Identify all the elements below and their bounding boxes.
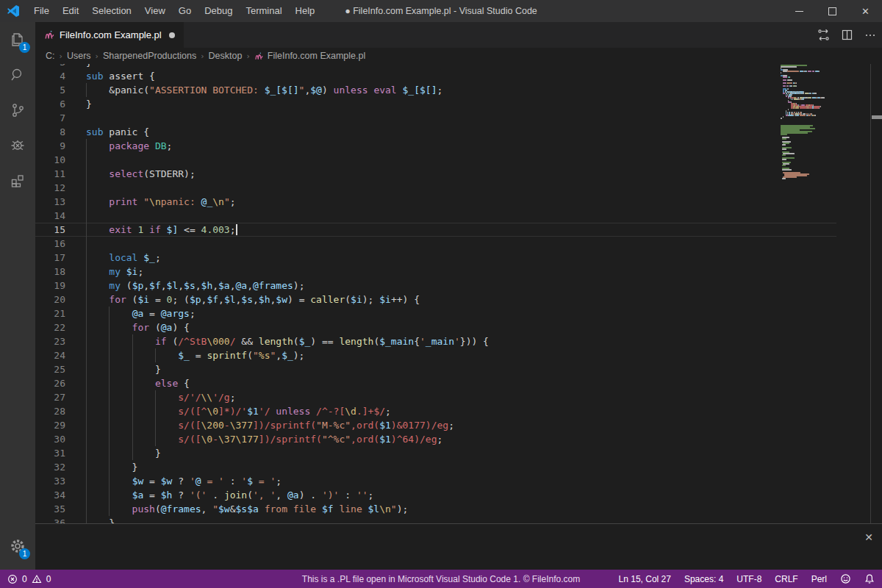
line-number[interactable]: 7 bbox=[35, 111, 65, 125]
menu-view[interactable]: View bbox=[138, 0, 172, 22]
tab-modified-dot[interactable] bbox=[169, 32, 175, 38]
code-line-18[interactable]: 18 my $i; bbox=[35, 265, 836, 279]
line-number[interactable]: 12 bbox=[35, 181, 65, 195]
code-line-31[interactable]: 31 } bbox=[35, 446, 836, 460]
activity-extensions-icon[interactable] bbox=[0, 163, 35, 198]
breadcrumb-segment[interactable]: Desktop bbox=[209, 51, 243, 61]
breadcrumb-segment[interactable]: C: bbox=[46, 51, 55, 61]
feedback-smiley-icon[interactable] bbox=[840, 573, 851, 584]
code-line-26[interactable]: 26 else { bbox=[35, 376, 836, 390]
code-line-21[interactable]: 21 @a = @args; bbox=[35, 306, 836, 320]
code-line-34[interactable]: 34 $a = $h ? '(' . join(', ', @a) . ')' … bbox=[35, 488, 836, 502]
line-number[interactable]: 23 bbox=[35, 334, 65, 348]
code-line-24[interactable]: 24 $_ = sprintf("%s",$_); bbox=[35, 348, 836, 362]
line-number[interactable]: 14 bbox=[35, 209, 65, 223]
line-number[interactable]: 11 bbox=[35, 167, 65, 181]
status-encoding[interactable]: UTF-8 bbox=[736, 574, 761, 584]
code-line-8[interactable]: 8sub panic { bbox=[35, 125, 836, 139]
line-number[interactable]: 21 bbox=[35, 306, 65, 320]
line-number[interactable]: 8 bbox=[35, 125, 65, 139]
code-line-15[interactable]: 15 exit 1 if $] <= 4.003; bbox=[35, 223, 836, 237]
code-line-25[interactable]: 25 } bbox=[35, 362, 836, 376]
line-number[interactable]: 6 bbox=[35, 97, 65, 111]
line-number[interactable]: 29 bbox=[35, 418, 65, 432]
code-line-17[interactable]: 17 local $_; bbox=[35, 251, 836, 265]
tab-fileinfo-example[interactable]: FileInfo.com Example.pl bbox=[35, 22, 184, 48]
line-number[interactable]: 4 bbox=[35, 69, 65, 83]
line-number[interactable]: 25 bbox=[35, 362, 65, 376]
line-number[interactable]: 24 bbox=[35, 348, 65, 362]
line-number[interactable]: 19 bbox=[35, 279, 65, 293]
code-line-11[interactable]: 11 select(STDERR); bbox=[35, 167, 836, 181]
line-number[interactable]: 34 bbox=[35, 488, 65, 502]
code-line-13[interactable]: 13 print "\npanic: @_\n"; bbox=[35, 195, 836, 209]
line-number[interactable]: 17 bbox=[35, 251, 65, 265]
code-line-28[interactable]: 28 s/([^\0]*)/'$1'/ unless /^-?[\d.]+$/; bbox=[35, 404, 836, 418]
menu-selection[interactable]: Selection bbox=[85, 0, 137, 22]
problems-status[interactable]: 00 bbox=[0, 574, 51, 584]
activity-settings-gear-icon[interactable]: 1 bbox=[0, 528, 35, 564]
code-line-3[interactable]: 3} bbox=[35, 64, 836, 69]
open-changes-icon[interactable] bbox=[817, 29, 830, 41]
code-line-27[interactable]: 27 s/'/\\'/g; bbox=[35, 390, 836, 404]
code-line-22[interactable]: 22 for (@a) { bbox=[35, 320, 836, 334]
line-number[interactable]: 31 bbox=[35, 446, 65, 460]
minimize-button[interactable] bbox=[783, 0, 816, 22]
code-line-32[interactable]: 32 } bbox=[35, 460, 836, 474]
line-number[interactable]: 22 bbox=[35, 320, 65, 334]
menu-edit[interactable]: Edit bbox=[56, 0, 85, 22]
code-line-33[interactable]: 33 $w = $w ? '@ = ' : '$ = '; bbox=[35, 474, 836, 488]
code-line-14[interactable]: 14 bbox=[35, 209, 836, 223]
overview-ruler-scrollbar[interactable] bbox=[870, 64, 882, 523]
code-line-10[interactable]: 10 bbox=[35, 153, 836, 167]
breadcrumb-segment[interactable]: Users bbox=[67, 51, 91, 61]
maximize-button[interactable] bbox=[816, 0, 849, 22]
minimap[interactable] bbox=[781, 64, 860, 523]
line-number[interactable]: 26 bbox=[35, 376, 65, 390]
more-actions-icon[interactable] bbox=[864, 29, 876, 41]
activity-source-control-icon[interactable] bbox=[0, 93, 35, 128]
status-indentation[interactable]: Spaces: 4 bbox=[684, 574, 723, 584]
code-line-4[interactable]: 4sub assert { bbox=[35, 69, 836, 83]
line-number[interactable]: 28 bbox=[35, 404, 65, 418]
menu-file[interactable]: File bbox=[27, 0, 56, 22]
code-line-12[interactable]: 12 bbox=[35, 181, 836, 195]
activity-search-icon[interactable] bbox=[0, 57, 35, 93]
menu-help[interactable]: Help bbox=[289, 0, 322, 22]
menu-go[interactable]: Go bbox=[172, 0, 198, 22]
line-number[interactable]: 9 bbox=[35, 139, 65, 153]
line-number[interactable]: 15 bbox=[35, 223, 65, 237]
line-number[interactable]: 33 bbox=[35, 474, 65, 488]
line-number[interactable]: 5 bbox=[35, 83, 65, 97]
code-line-19[interactable]: 19 my ($p,$f,$l,$s,$h,$a,@a,@frames); bbox=[35, 279, 836, 293]
code-line-35[interactable]: 35 push(@frames, "$w&$s$a from file $f l… bbox=[35, 502, 836, 516]
status-language-mode[interactable]: Perl bbox=[811, 574, 827, 584]
line-number[interactable]: 30 bbox=[35, 432, 65, 446]
code-line-29[interactable]: 29 s/([\200-\377])/sprintf("M-%c",ord($1… bbox=[35, 418, 836, 432]
close-button[interactable]: ✕ bbox=[849, 0, 882, 22]
menu-terminal[interactable]: Terminal bbox=[239, 0, 288, 22]
line-number[interactable]: 18 bbox=[35, 265, 65, 279]
line-number[interactable]: 27 bbox=[35, 390, 65, 404]
line-number[interactable]: 13 bbox=[35, 195, 65, 209]
menu-debug[interactable]: Debug bbox=[198, 0, 239, 22]
code-line-7[interactable]: 7 bbox=[35, 111, 836, 125]
status-eol[interactable]: CRLF bbox=[775, 574, 797, 584]
code-line-20[interactable]: 20 for ($i = 0; ($p,$f,$l,$s,$h,$w) = ca… bbox=[35, 293, 836, 306]
code-line-16[interactable]: 16 bbox=[35, 237, 836, 251]
code-line-23[interactable]: 23 if (/^StB\000/ && length($_) == lengt… bbox=[35, 334, 836, 348]
line-number[interactable]: 3 bbox=[35, 64, 65, 69]
code-line-9[interactable]: 9 package DB; bbox=[35, 139, 836, 153]
notifications-bell-icon[interactable] bbox=[864, 573, 875, 584]
activity-debug-icon[interactable] bbox=[0, 128, 35, 163]
line-number[interactable]: 20 bbox=[35, 293, 65, 306]
code-editor[interactable]: 3}4sub assert {5 &panic("ASSERTION BOTCH… bbox=[35, 64, 882, 523]
code-line-30[interactable]: 30 s/([\0-\37\177])/sprintf("^%c",ord($1… bbox=[35, 432, 836, 446]
breadcrumb-file[interactable]: FileInfo.com Example.pl bbox=[268, 51, 365, 61]
line-number[interactable]: 35 bbox=[35, 502, 65, 516]
line-number[interactable]: 10 bbox=[35, 153, 65, 167]
breadcrumb-segment[interactable]: SharpenedProductions bbox=[103, 51, 196, 61]
code-line-6[interactable]: 6} bbox=[35, 97, 836, 111]
code-line-5[interactable]: 5 &panic("ASSERTION BOTCHED: $_[$[]",$@)… bbox=[35, 83, 836, 97]
status-cursor-position[interactable]: Ln 15, Col 27 bbox=[619, 574, 671, 584]
